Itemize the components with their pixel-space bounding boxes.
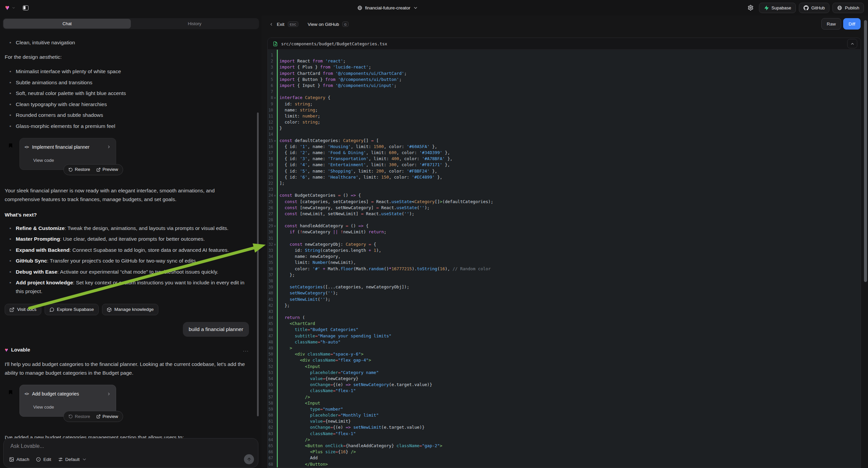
code-line[interactable]: 38 bbox=[268, 278, 861, 284]
tab-chat[interactable]: Chat bbox=[3, 19, 131, 29]
code-line[interactable]: 51 <div className="flex gap-4"> bbox=[268, 357, 861, 363]
fold-chevron-icon[interactable]: ∨ bbox=[273, 138, 277, 144]
code-line[interactable]: 11 limit: number; bbox=[268, 113, 861, 119]
code-line[interactable]: 16 { id: '1', name: 'Housing', limit: 15… bbox=[268, 144, 861, 150]
code-line[interactable]: 32∨ const newCategoryObj: Category = { bbox=[268, 241, 861, 247]
version-card[interactable]: <>Implement financial plannerView codeRe… bbox=[20, 138, 116, 170]
edit-button[interactable]: Edit bbox=[36, 457, 51, 462]
code-line[interactable]: 36 color: '#' + Math.floor(Math.random()… bbox=[268, 266, 861, 272]
code-line[interactable]: 50 <div className="space-y-6"> bbox=[268, 351, 861, 357]
code-line[interactable]: 20 { id: '5', name: 'Shopping', limit: 2… bbox=[268, 168, 861, 174]
code-line[interactable]: 60 placeholder="Monthly limit" bbox=[268, 412, 861, 418]
code-line[interactable]: 47 subtitle="Manage your spending limits… bbox=[268, 333, 861, 339]
sidebar-toggle-button[interactable] bbox=[21, 3, 31, 13]
code-line[interactable]: 64 /> bbox=[268, 437, 861, 443]
code-line[interactable]: 14 bbox=[268, 131, 861, 137]
code-line[interactable]: 2import React from 'react'; bbox=[268, 58, 861, 64]
code-line[interactable]: 61 value={newLimit} bbox=[268, 418, 861, 425]
code-line[interactable]: 13} bbox=[268, 125, 861, 131]
view-code-link[interactable]: View code bbox=[33, 403, 111, 412]
restore-button[interactable]: Restore bbox=[66, 412, 93, 421]
chat-message-list[interactable]: Clean, intuitive navigationFor the desig… bbox=[0, 30, 262, 452]
preview-button[interactable]: Preview bbox=[94, 412, 120, 421]
code-line[interactable]: 56 className="flex-1" bbox=[268, 388, 861, 394]
raw-button[interactable]: Raw bbox=[822, 18, 841, 30]
code-line[interactable]: 15∨const defaultCategories: Category[] =… bbox=[268, 138, 861, 144]
code-line[interactable]: 62 onChange={(e) => setNewLimit(e.target… bbox=[268, 425, 861, 430]
code-line[interactable]: 25 const [categories, setCategories] = R… bbox=[268, 199, 861, 205]
code-line[interactable]: 35 limit: Number(newLimit), bbox=[268, 260, 861, 266]
explore-supabase-button[interactable]: Explore Supabase bbox=[44, 304, 99, 315]
code-line[interactable]: 30 if (!newCategory || !newLimit) return… bbox=[268, 229, 861, 235]
github-button[interactable]: GitHub bbox=[799, 3, 829, 13]
code-line[interactable]: 43 bbox=[268, 309, 861, 315]
code-line[interactable]: 5import { Button } from '@/components/ui… bbox=[268, 77, 861, 83]
code-line[interactable]: 1 bbox=[268, 52, 861, 58]
fold-chevron-icon[interactable]: ∨ bbox=[273, 193, 277, 198]
code-line[interactable]: 23 bbox=[268, 186, 861, 193]
tab-history[interactable]: History bbox=[131, 19, 258, 29]
attach-button[interactable]: Attach bbox=[9, 457, 29, 462]
exit-button[interactable]: Exit bbox=[277, 22, 284, 27]
chevron-left-icon[interactable] bbox=[269, 22, 274, 27]
code-line[interactable]: 67 Add bbox=[268, 455, 861, 461]
code-line[interactable]: 41 setNewLimit(''); bbox=[268, 296, 861, 302]
code-line[interactable]: 48 className="h-auto" bbox=[268, 339, 861, 345]
code-line[interactable]: 33 id: String(categories.length + 1), bbox=[268, 247, 861, 254]
code-line[interactable]: 42 }; bbox=[268, 302, 861, 309]
code-scrollbar[interactable] bbox=[864, 20, 867, 282]
project-switcher[interactable]: financial-future-creator bbox=[357, 0, 418, 16]
code-line[interactable]: 28 bbox=[268, 217, 861, 223]
settings-button[interactable] bbox=[745, 2, 756, 13]
code-line[interactable]: 7 bbox=[268, 89, 861, 95]
fold-chevron-icon[interactable]: ∨ bbox=[273, 241, 277, 247]
code-line[interactable]: 44 return ( bbox=[268, 315, 861, 321]
code-line[interactable]: 6import { Input } from '@/components/ui/… bbox=[268, 83, 861, 89]
mode-select[interactable]: Default bbox=[58, 457, 87, 462]
message-menu-icon[interactable]: ... bbox=[243, 346, 249, 354]
view-on-github-button[interactable]: View on GitHub bbox=[308, 22, 339, 27]
code-line[interactable]: 12 color: string; bbox=[268, 119, 861, 125]
code-line[interactable]: 27 const [newLimit, setNewLimit] = React… bbox=[268, 211, 861, 217]
code-line[interactable]: 9 id: string; bbox=[268, 101, 861, 107]
fold-chevron-icon[interactable]: ∨ bbox=[273, 95, 277, 101]
code-line[interactable]: 68 </Button> bbox=[268, 461, 861, 467]
code-line[interactable]: 17 { id: '2', name: 'Food & Dining', lim… bbox=[268, 150, 861, 156]
code-line[interactable]: 52 <Input bbox=[268, 363, 861, 370]
code-line[interactable]: 55 onChange={(e) => setNewCategory(e.tar… bbox=[268, 382, 861, 388]
code-line[interactable]: 37 }; bbox=[268, 272, 861, 278]
code-line[interactable]: 46 title="Budget Categories" bbox=[268, 327, 861, 333]
code-line[interactable]: 53 placeholder="Category name" bbox=[268, 370, 861, 376]
code-line[interactable]: 49 > bbox=[268, 345, 861, 351]
code-line[interactable]: 4import ChartCard from '@/components/ui/… bbox=[268, 70, 861, 77]
code-line[interactable]: 10 name: string; bbox=[268, 107, 861, 113]
publish-button[interactable]: Publish bbox=[832, 3, 864, 13]
code-line[interactable]: 57 /> bbox=[268, 394, 861, 400]
code-line[interactable]: 22]; bbox=[268, 180, 861, 186]
code-line[interactable]: 8∨interface Category { bbox=[268, 95, 861, 101]
preview-button[interactable]: Preview bbox=[94, 165, 120, 174]
chat-scrollbar[interactable] bbox=[257, 113, 259, 416]
send-button[interactable] bbox=[244, 454, 254, 464]
version-card[interactable]: <>Add budget categoriesView codeRestoreP… bbox=[20, 385, 116, 417]
code-line[interactable]: 45 <ChartCard bbox=[268, 321, 861, 327]
collapse-file-button[interactable] bbox=[847, 39, 857, 48]
code-line[interactable]: 31 bbox=[268, 235, 861, 241]
diff-button[interactable]: Diff bbox=[843, 18, 861, 30]
supabase-button[interactable]: Supabase bbox=[759, 3, 796, 13]
code-line[interactable]: 63 className="flex-1" bbox=[268, 431, 861, 437]
code-line[interactable]: 59 type="number" bbox=[268, 406, 861, 412]
code-line[interactable]: 65 <Button onClick={handleAddCategory} c… bbox=[268, 443, 861, 449]
lovable-logo-icon[interactable]: ♥ bbox=[5, 4, 9, 11]
code-line[interactable]: 58 <Input bbox=[268, 400, 861, 406]
restore-button[interactable]: Restore bbox=[66, 165, 93, 174]
fold-chevron-icon[interactable]: ∨ bbox=[273, 223, 277, 229]
chevron-down-icon[interactable] bbox=[12, 6, 16, 10]
code-line[interactable]: 34 name: newCategory, bbox=[268, 254, 861, 260]
code-line[interactable]: 40 setNewCategory(''); bbox=[268, 290, 861, 296]
code-line[interactable]: 29∨ const handleAddCategory = () => { bbox=[268, 223, 861, 229]
code-line[interactable]: 24∨const BudgetCategories = () => { bbox=[268, 193, 861, 198]
code-line[interactable]: 54 value={newCategory} bbox=[268, 376, 861, 382]
code-line[interactable]: 26 const [newCategory, setNewCategory] =… bbox=[268, 205, 861, 211]
view-code-link[interactable]: View code bbox=[33, 156, 111, 165]
